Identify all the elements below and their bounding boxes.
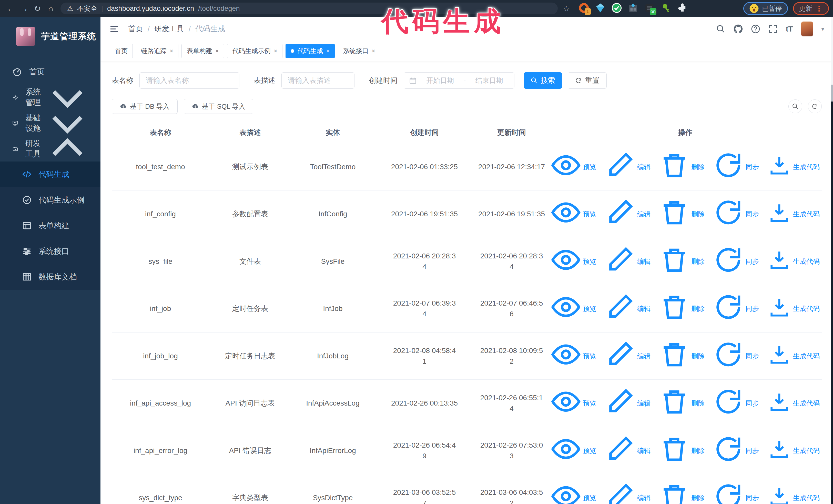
sync-link[interactable]: 同步 <box>713 434 759 467</box>
import-db-button[interactable]: 基于 DB 导入 <box>112 99 177 114</box>
delete-link[interactable]: 删除 <box>659 434 705 467</box>
sidebar-item-devtools[interactable]: 研发工具 <box>0 136 100 162</box>
download-icon <box>768 248 791 274</box>
github-icon[interactable] <box>734 24 743 33</box>
sync-link[interactable]: 同步 <box>713 292 759 325</box>
browser-update-chip[interactable]: 更新 ⋮ <box>793 2 829 15</box>
back-icon[interactable]: ← <box>4 4 18 13</box>
table-desc-input[interactable] <box>281 72 355 89</box>
delete-link[interactable]: 删除 <box>659 197 705 231</box>
sync-link[interactable]: 同步 <box>713 245 759 278</box>
preview-link[interactable]: 预览 <box>551 434 596 467</box>
generate-code-link[interactable]: 生成代码 <box>768 295 820 322</box>
puzzle-extensions-icon[interactable] <box>677 3 688 14</box>
generate-code-link[interactable]: 生成代码 <box>768 201 820 227</box>
hamburger-icon[interactable] <box>109 24 119 34</box>
help-icon[interactable] <box>751 24 760 33</box>
font-size-icon[interactable]: tT <box>786 25 793 33</box>
preview-link[interactable]: 预览 <box>551 150 596 183</box>
breadcrumb-devtools[interactable]: 研发工具 <box>154 24 184 34</box>
preview-link[interactable]: 预览 <box>551 339 596 373</box>
user-avatar[interactable] <box>801 22 813 37</box>
sync-link[interactable]: 同步 <box>713 481 759 504</box>
green-key-extension-icon[interactable] <box>661 3 671 14</box>
edit-link[interactable]: 编辑 <box>605 387 650 419</box>
sidebar-item-api[interactable]: 系统接口 <box>0 238 100 264</box>
delete-link[interactable]: 删除 <box>659 339 705 373</box>
bookmark-star-icon[interactable]: ☆ <box>563 4 570 13</box>
blue-gem-extension-icon[interactable] <box>595 3 606 14</box>
scrollbar-thumb[interactable] <box>831 85 833 101</box>
green-check-extension-icon[interactable] <box>611 3 622 14</box>
infrastructure-icon <box>12 118 18 128</box>
reload-icon[interactable]: ↻ <box>31 4 44 13</box>
generate-code-link[interactable]: 生成代码 <box>768 248 820 274</box>
tag-view-tab[interactable]: 链路追踪 × <box>136 44 178 58</box>
orange-ring-extension-icon[interactable]: 1 <box>578 3 589 14</box>
generate-code-link[interactable]: 生成代码 <box>768 390 820 416</box>
tag-view-tab[interactable]: 代码生成 × <box>286 44 335 58</box>
preview-link[interactable]: 预览 <box>551 481 596 504</box>
generate-code-link[interactable]: 生成代码 <box>768 153 820 180</box>
date-range-picker[interactable]: 开始日期 - 结束日期 <box>404 72 515 89</box>
trash-icon <box>659 481 689 504</box>
edit-link[interactable]: 编辑 <box>605 481 650 504</box>
edit-link[interactable]: 编辑 <box>605 150 650 183</box>
fullscreen-icon[interactable] <box>768 24 778 33</box>
delete-link[interactable]: 删除 <box>659 150 705 183</box>
reset-button[interactable]: 重置 <box>568 72 607 89</box>
dark-extension-icon[interactable]: on <box>644 3 655 14</box>
kebab-menu-icon[interactable]: ⋮ <box>815 4 823 13</box>
breadcrumb-home[interactable]: 首页 <box>128 24 143 34</box>
preview-link[interactable]: 预览 <box>551 245 596 278</box>
preview-link[interactable]: 预览 <box>551 387 596 419</box>
toggle-search-icon[interactable] <box>788 99 802 113</box>
table-name-input[interactable] <box>139 72 239 89</box>
edit-link[interactable]: 编辑 <box>605 292 650 325</box>
logo-row[interactable]: 芋道管理系统 <box>0 17 100 55</box>
close-icon[interactable]: × <box>372 47 375 55</box>
scrollbar[interactable] <box>831 17 833 504</box>
home-icon[interactable]: ⌂ <box>44 4 57 13</box>
tag-view-tab[interactable]: 系统接口 × <box>338 44 380 58</box>
sync-link[interactable]: 同步 <box>713 339 759 373</box>
sync-link[interactable]: 同步 <box>713 387 759 419</box>
refresh-table-icon[interactable] <box>808 99 822 113</box>
close-icon[interactable]: × <box>215 47 219 55</box>
cell-updated: 2021-03-06 04:03:5 2 <box>474 474 549 504</box>
edit-link[interactable]: 编辑 <box>605 434 650 467</box>
table-row: inf_api_error_log API 错误日志 InfApiErrorLo… <box>112 427 822 474</box>
edit-link[interactable]: 编辑 <box>605 197 650 231</box>
edit-icon <box>605 481 635 504</box>
search-icon[interactable] <box>716 24 725 33</box>
edit-link[interactable]: 编辑 <box>605 245 650 278</box>
generate-code-link[interactable]: 生成代码 <box>768 484 820 504</box>
sidebar-item-example[interactable]: 代码生成示例 <box>0 187 100 213</box>
tag-view-tab[interactable]: 表单构建 × <box>182 44 224 58</box>
close-icon[interactable]: × <box>170 47 173 55</box>
generate-code-link[interactable]: 生成代码 <box>768 437 820 464</box>
sidebar-item-form[interactable]: 表单构建 <box>0 213 100 238</box>
sync-link[interactable]: 同步 <box>713 197 759 231</box>
generate-code-link[interactable]: 生成代码 <box>768 343 820 369</box>
sidebar-item-database[interactable]: 数据库文档 <box>0 264 100 290</box>
close-icon[interactable]: × <box>326 47 330 55</box>
cell-entity: ToolTestDemo <box>291 143 375 190</box>
delete-link[interactable]: 删除 <box>659 292 705 325</box>
preview-link[interactable]: 预览 <box>551 197 596 231</box>
sync-link[interactable]: 同步 <box>713 150 759 183</box>
panel-extension-icon[interactable] <box>628 3 639 14</box>
import-sql-button[interactable]: 基于 SQL 导入 <box>184 99 254 114</box>
delete-link[interactable]: 删除 <box>659 245 705 278</box>
avatar-caret-icon[interactable]: ▾ <box>821 25 824 32</box>
close-icon[interactable]: × <box>274 47 277 55</box>
profile-paused-chip[interactable]: 已暂停 <box>743 2 788 15</box>
delete-link[interactable]: 删除 <box>659 387 705 419</box>
preview-link[interactable]: 预览 <box>551 292 596 325</box>
tag-view-tab[interactable]: 首页 <box>110 44 133 58</box>
tag-view-tab[interactable]: 代码生成示例 × <box>227 44 282 58</box>
edit-link[interactable]: 编辑 <box>605 339 650 373</box>
forward-icon[interactable]: → <box>18 4 31 13</box>
delete-link[interactable]: 删除 <box>659 481 705 504</box>
search-button[interactable]: 搜索 <box>524 72 562 89</box>
